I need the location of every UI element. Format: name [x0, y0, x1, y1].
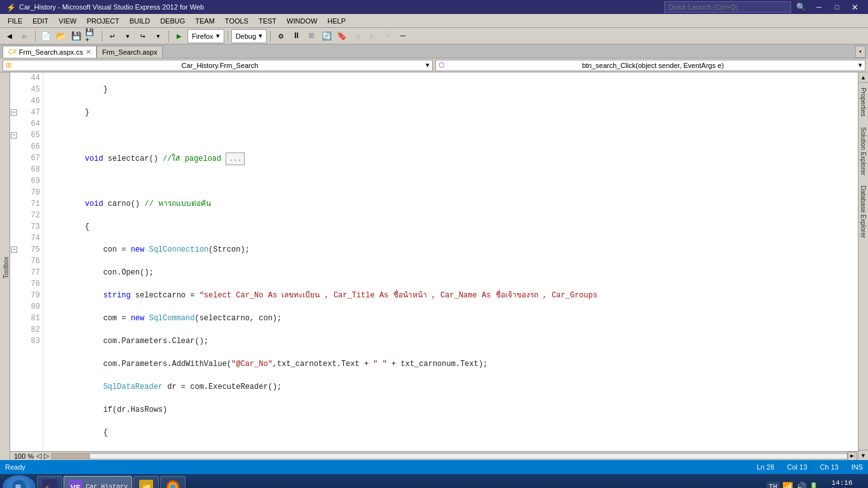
scroll-right-btn[interactable]: ▶: [848, 452, 857, 461]
extra-button[interactable]: —: [396, 29, 410, 43]
menu-project[interactable]: PROJECT: [81, 15, 124, 27]
code-scroll: ─ − −: [10, 72, 858, 451]
pause-button[interactable]: ⏸: [289, 29, 303, 43]
minimize-button[interactable]: ─: [811, 0, 827, 14]
code-47: void selectcar() //ใส่ pageload ...: [48, 152, 853, 165]
nav-clear-button[interactable]: ⛌: [381, 29, 395, 43]
linenum-80: 80: [20, 301, 40, 313]
menu-bar: FILE EDIT VIEW PROJECT BUILD DEBUG TEAM …: [0, 14, 868, 28]
restart-button[interactable]: 🔄: [320, 29, 334, 43]
browser-dropdown[interactable]: Firefox ▾: [187, 29, 224, 43]
menu-help[interactable]: HELP: [322, 15, 351, 27]
code-72: com.Parameters.AddWithValue("@Car_No",tx…: [48, 358, 853, 370]
tab-cs-close[interactable]: ✕: [86, 48, 91, 55]
code-line-45: }: [48, 107, 853, 118]
menu-edit[interactable]: EDIT: [27, 15, 53, 27]
collapsed-region[interactable]: ...: [226, 152, 245, 165]
zoom-btn-left[interactable]: ◁: [36, 452, 41, 460]
code-line-68: con.Open();: [48, 267, 853, 278]
quick-launch-input[interactable]: [664, 1, 791, 13]
menu-file[interactable]: FILE: [3, 15, 27, 27]
vs-active-icon: VS: [68, 479, 83, 488]
tab-cs[interactable]: C# Frm_Search.aspx.cs ✕: [3, 46, 97, 58]
start-button[interactable]: ⊞: [3, 475, 36, 488]
linenum-46: 46: [20, 95, 40, 107]
toolbox-label: Toolbox: [3, 257, 10, 278]
redo-button[interactable]: ↪: [136, 29, 150, 43]
save-all-button[interactable]: 💾+: [85, 29, 98, 43]
taskbar-explorer[interactable]: 📁: [133, 476, 159, 488]
scrollbar-track[interactable]: [51, 453, 848, 459]
menu-view[interactable]: VIEW: [53, 15, 81, 27]
gutter-65[interactable]: −: [10, 130, 18, 141]
right-sidebars: ▲ Properties Solution Explorer Database …: [858, 72, 868, 460]
stop-button[interactable]: ⏹: [304, 29, 318, 43]
undo-dropdown[interactable]: ▾: [121, 29, 135, 43]
open-button[interactable]: 📂: [54, 29, 68, 43]
close-button[interactable]: ✕: [846, 0, 863, 14]
toolbox-sidebar[interactable]: Toolbox: [0, 72, 10, 460]
attach-button[interactable]: ⚙: [274, 29, 288, 43]
svg-text:📁: 📁: [142, 482, 151, 488]
status-ln: Ln 28: [757, 463, 775, 471]
gutter-66: [10, 141, 18, 152]
method-dropdown[interactable]: ⬡ btn_search_Click(object sender, EventA…: [435, 60, 865, 71]
nav-next-button[interactable]: ▷: [365, 29, 379, 43]
linenum-78: 78: [20, 278, 40, 290]
gutter-75[interactable]: −: [10, 244, 18, 255]
active-vs-label: Car_History: [86, 484, 128, 489]
save-button[interactable]: 💾: [69, 29, 83, 43]
code-68: con.Open();: [48, 267, 853, 278]
maximize-button[interactable]: □: [829, 0, 845, 14]
linenum-73: 73: [20, 221, 40, 233]
linenum-79: 79: [20, 290, 40, 301]
solution-explorer-sidebar[interactable]: Solution Explorer: [858, 122, 868, 180]
zoom-btn-right[interactable]: ▷: [44, 452, 49, 460]
gutter-47[interactable]: ─: [10, 107, 18, 118]
linenum-69: 69: [20, 175, 40, 187]
sidebar-scroll-down[interactable]: ▼: [858, 450, 868, 460]
taskbar-vs-icon[interactable]: ⚡: [37, 476, 62, 488]
collapse-btn-47[interactable]: ─: [11, 109, 17, 116]
explorer-icon: 📁: [139, 479, 154, 488]
taskbar-active-vs[interactable]: VS Car_History: [64, 476, 132, 488]
menu-team[interactable]: TEAM: [190, 15, 220, 27]
gutter-81: [10, 313, 18, 324]
menu-test[interactable]: TEST: [254, 15, 281, 27]
firefox-icon: [165, 479, 180, 488]
properties-sidebar[interactable]: Properties: [858, 83, 868, 122]
expand-btn-65[interactable]: −: [11, 132, 17, 139]
start-debug-button[interactable]: ▶: [172, 29, 186, 43]
new-button[interactable]: 📄: [39, 29, 53, 43]
code-content[interactable]: } } void selectcar() //ใส่ pageload ... …: [43, 72, 858, 451]
tab-aspx[interactable]: Frm_Search.aspx: [97, 46, 163, 58]
gutter: ─ − −: [10, 72, 18, 451]
svg-text:⚡: ⚡: [6, 3, 15, 12]
back-button[interactable]: ◀: [3, 29, 17, 43]
scrollbar-thumb[interactable]: [52, 454, 90, 459]
status-bar: Ready Ln 28 Col 13 Ch 13 INS: [0, 460, 868, 474]
forward-button[interactable]: ▶: [18, 29, 32, 43]
menu-window[interactable]: WINDOW: [281, 15, 322, 27]
nav-prev-button[interactable]: ◁: [350, 29, 364, 43]
config-dropdown[interactable]: Debug ▾: [231, 29, 267, 43]
menu-tools[interactable]: TOOLS: [220, 15, 254, 27]
title-bar: ⚡ Car_History - Microsoft Visual Studio …: [0, 0, 868, 14]
linenum-64: 64: [20, 118, 40, 130]
browser-dropdown-arrow: ▾: [216, 32, 220, 40]
tab-cs-icon: C#: [8, 48, 17, 55]
bookmark-button[interactable]: 🔖: [335, 29, 349, 43]
expand-btn-75[interactable]: −: [11, 247, 17, 253]
sidebar-scroll-up[interactable]: ▲: [858, 72, 868, 83]
taskbar-firefox[interactable]: [160, 476, 186, 488]
redo-dropdown[interactable]: ▾: [151, 29, 165, 43]
linenum-70: 70: [20, 187, 40, 198]
tab-scroll-right[interactable]: ▾: [855, 46, 865, 58]
code-line-70: com = new SqlCommand(selectcarno, con);: [48, 313, 853, 324]
gutter-68: [10, 164, 18, 175]
menu-build[interactable]: BUILD: [125, 15, 155, 27]
undo-button[interactable]: ↩: [105, 29, 119, 43]
class-dropdown[interactable]: ⊞ Car_History.Frm_Search ▾: [3, 60, 433, 71]
database-explorer-sidebar[interactable]: Database Explorer: [858, 180, 868, 243]
menu-debug[interactable]: DEBUG: [155, 15, 190, 27]
